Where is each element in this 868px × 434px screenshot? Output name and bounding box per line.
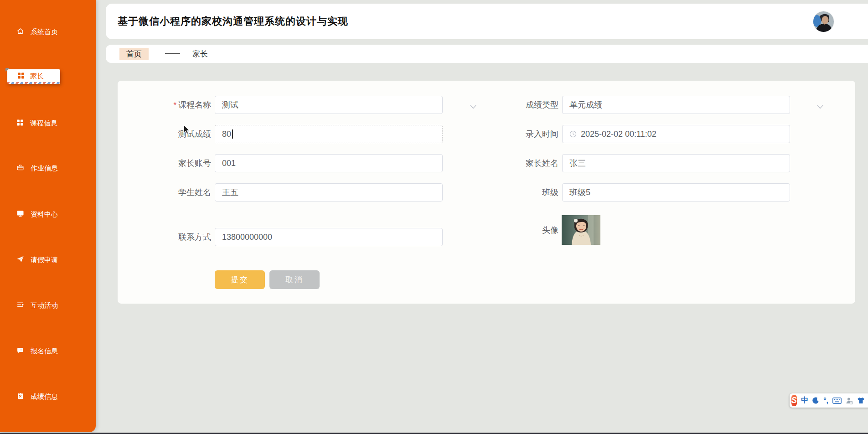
required-asterisk: *	[173, 101, 176, 109]
class-label: 班级	[465, 183, 558, 202]
ime-keyboard-icon[interactable]	[832, 398, 842, 404]
briefcase-icon	[16, 164, 24, 173]
grid-icon	[17, 72, 25, 81]
breadcrumb-current: 家长	[192, 45, 208, 63]
ime-account-icon[interactable]	[846, 397, 853, 404]
text-caret	[232, 129, 233, 139]
parent-account-label: 家长账号	[118, 154, 211, 172]
clock-icon	[569, 130, 577, 138]
score-type-label: 成绩类型	[465, 96, 558, 114]
sidebar-item-label: 家长	[30, 72, 44, 81]
submit-button[interactable]: 提交	[215, 270, 265, 289]
sogou-logo-icon[interactable]: S	[791, 395, 797, 406]
entry-time-input[interactable]: 2025-02-02 00:11:02	[562, 125, 790, 143]
sidebar-item-label: 课程信息	[30, 119, 57, 128]
sidebar-item-courses[interactable]: 课程信息	[16, 115, 57, 131]
ime-punctuation-icon[interactable]: °,	[823, 397, 828, 405]
avatar-label: 头像	[465, 221, 558, 239]
sidebar-item-activities[interactable]: 互动活动	[16, 298, 58, 313]
sidebar-item-leave-request[interactable]: 请假申请	[16, 252, 58, 268]
cancel-button[interactable]: 取消	[269, 270, 320, 289]
breadcrumb-separator: ——	[165, 53, 180, 54]
entry-time-label: 录入时间	[465, 125, 558, 143]
breadcrumb-home[interactable]: 首页	[119, 48, 149, 60]
parent-name-input[interactable]: 张三	[562, 154, 790, 172]
home-icon	[16, 27, 24, 36]
sidebar: 系统首页 家长 课程信息 作业信息	[0, 0, 96, 432]
ime-toolbar: S 中 °,	[790, 393, 868, 408]
grid-icon	[16, 119, 24, 128]
class-input[interactable]: 班级5	[562, 183, 790, 202]
monitor-icon	[16, 210, 24, 219]
list-icon	[16, 301, 24, 310]
sidebar-item-label: 成绩信息	[31, 393, 58, 401]
edit-form: *课程名称 测试 成绩类型 单元成绩 测试成绩 80 录入时间	[118, 81, 855, 304]
sidebar-item-homework[interactable]: 作业信息	[16, 160, 58, 176]
parent-account-input[interactable]: 001	[215, 154, 443, 172]
ime-chinese-mode-icon[interactable]: 中	[801, 396, 808, 405]
test-score-input[interactable]: 80	[215, 125, 443, 143]
header: 基于微信小程序的家校沟通管理系统的设计与实现	[106, 4, 868, 39]
course-name-label: *课程名称	[118, 96, 211, 114]
test-score-label: 测试成绩	[118, 125, 211, 143]
course-name-input[interactable]: 测试	[215, 96, 443, 114]
sidebar-item-label: 互动活动	[31, 301, 58, 310]
student-name-label: 学生姓名	[118, 183, 211, 202]
contact-label: 联系方式	[118, 228, 211, 246]
sidebar-item-label: 作业信息	[31, 164, 58, 173]
score-type-input[interactable]: 单元成绩	[562, 96, 790, 114]
ime-skin-tshirt-icon[interactable]	[857, 397, 865, 404]
mouse-pointer-icon	[183, 124, 191, 137]
sidebar-item-label: 系统首页	[31, 28, 58, 36]
fold-decoration	[5, 68, 10, 72]
sidebar-item-label: 资料中心	[31, 210, 58, 219]
sidebar-item-home[interactable]: 系统首页	[16, 24, 58, 40]
sidebar-item-grades[interactable]: 成绩信息	[16, 389, 58, 404]
contact-input[interactable]: 13800000000	[215, 228, 443, 246]
sidebar-item-parents[interactable]: 家长	[7, 69, 60, 83]
sidebar-item-registration[interactable]: 报名信息	[16, 343, 58, 359]
page-title: 基于微信小程序的家校沟通管理系统的设计与实现	[118, 4, 348, 39]
chevron-down-icon[interactable]	[817, 103, 823, 107]
user-avatar[interactable]	[813, 11, 834, 32]
sidebar-item-label: 请假申请	[31, 256, 58, 264]
sidebar-item-label: 报名信息	[31, 347, 58, 356]
avatar-photo[interactable]	[562, 215, 600, 245]
ime-fullwidth-moon-icon[interactable]	[812, 397, 819, 404]
parent-name-label: 家长姓名	[465, 154, 558, 172]
paper-plane-icon	[16, 255, 24, 264]
sidebar-item-materials[interactable]: 资料中心	[16, 207, 58, 222]
student-name-input[interactable]: 王五	[215, 183, 443, 202]
chat-icon	[16, 346, 24, 356]
breadcrumb: 首页 —— 家长	[106, 45, 868, 63]
clipboard-x-icon	[16, 392, 24, 401]
